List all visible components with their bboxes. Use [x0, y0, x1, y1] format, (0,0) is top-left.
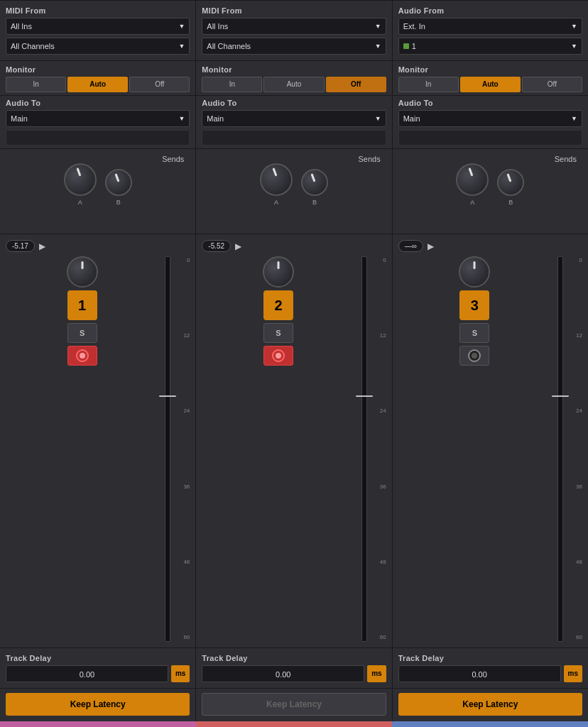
fader-thumb[interactable]	[356, 395, 373, 397]
channel-dropdown-arrow: ▼	[178, 43, 185, 50]
fader-background[interactable]	[165, 256, 170, 642]
channel-dropdown[interactable]: All Channels ▼	[6, 38, 190, 55]
delay-unit[interactable]: ms	[171, 665, 190, 682]
keep-latency-button[interactable]: Keep Latency	[398, 693, 582, 716]
audio-to-dropdown[interactable]: Main ▼	[6, 110, 190, 127]
audio-to-dropdown-arrow: ▼	[571, 115, 577, 122]
knob-a[interactable]	[456, 163, 489, 196]
source-value: All Ins	[207, 22, 228, 31]
knob-a-container: A	[456, 163, 489, 206]
monitor-off-btn[interactable]: Off	[326, 77, 386, 92]
delay-unit[interactable]: ms	[564, 665, 582, 682]
audio-to-dropdown[interactable]: Main ▼	[202, 110, 386, 127]
knob-b[interactable]	[497, 169, 524, 196]
channel-value: All Channels	[11, 42, 55, 50]
scale-markers: 0 12 24 36 48 60	[568, 256, 582, 642]
scale-markers: 0 12 24 36 48 60	[175, 256, 190, 642]
keep-latency-button[interactable]: Keep Latency	[6, 693, 190, 716]
arm-button[interactable]	[459, 346, 489, 366]
knobs-row: A B	[6, 160, 190, 206]
arm-button[interactable]	[263, 346, 293, 366]
monitor-in-btn[interactable]: In	[398, 77, 459, 92]
keep-latency-button[interactable]: Keep Latency	[202, 693, 386, 716]
knob-b-label: B	[508, 199, 513, 206]
channel-value: 1	[412, 42, 416, 50]
audio-to-section: Audio To Main ▼	[393, 96, 588, 149]
play-button[interactable]: ▶	[39, 241, 45, 251]
scale-48: 48	[568, 559, 582, 565]
audio-to-label: Audio To	[398, 99, 582, 107]
track-number-button[interactable]: 3	[459, 290, 489, 320]
audio-to-extra	[202, 130, 386, 146]
audio-to-dropdown[interactable]: Main ▼	[398, 110, 582, 127]
play-button[interactable]: ▶	[235, 241, 241, 251]
fader-track-column	[358, 256, 371, 642]
arm-button[interactable]	[67, 346, 97, 366]
knob-b-label: B	[116, 199, 121, 206]
track-1-color-bar	[0, 721, 196, 727]
volume-knob[interactable]	[67, 256, 98, 288]
track-number-button[interactable]: 2	[263, 290, 293, 320]
channel-value: All Channels	[207, 42, 251, 50]
from-section: MIDI From All Ins ▼ All Channels ▼	[196, 1, 391, 61]
play-button[interactable]: ▶	[428, 241, 434, 251]
solo-button[interactable]: S	[459, 323, 489, 343]
source-dropdown[interactable]: All Ins ▼	[6, 18, 190, 35]
volume-db-badge: —∞	[398, 240, 423, 252]
track-2-color-bar	[196, 721, 392, 727]
from-label: MIDI From	[6, 6, 190, 15]
delay-value[interactable]: 0.00	[6, 665, 168, 682]
fader-area: 3 S 0 12 24 36	[398, 256, 582, 642]
fader-thumb[interactable]	[552, 395, 569, 397]
monitor-off-btn[interactable]: Off	[129, 77, 190, 92]
fader-background[interactable]	[361, 256, 367, 642]
monitor-section: Monitor In Auto Off	[0, 61, 195, 96]
monitor-auto-btn[interactable]: Auto	[263, 77, 324, 92]
keep-latency-section: Keep Latency	[0, 689, 195, 721]
knob-a-label: A	[470, 199, 474, 206]
volume-header: -5.52 ▶	[202, 240, 386, 252]
audio-to-label: Audio To	[6, 99, 190, 107]
knob-b[interactable]	[105, 169, 132, 196]
scale-60: 60	[175, 635, 190, 640]
source-dropdown[interactable]: Ext. In ▼	[398, 18, 582, 35]
knob-a[interactable]	[64, 163, 97, 196]
fader-background[interactable]	[557, 256, 563, 642]
monitor-off-btn[interactable]: Off	[522, 77, 582, 92]
monitor-auto-btn[interactable]: Auto	[460, 77, 521, 92]
channel-dropdown[interactable]: 1 ▼	[398, 38, 582, 55]
volume-knob[interactable]	[263, 256, 294, 288]
knob-a-container: A	[260, 163, 293, 206]
track-1: MIDI From All Ins ▼ All Channels ▼ Monit…	[0, 1, 196, 721]
track-delay-section: Track Delay 0.00 ms	[0, 648, 195, 689]
channel-dropdown[interactable]: All Channels ▼	[202, 38, 386, 55]
scale-36: 36	[175, 484, 190, 490]
delay-unit[interactable]: ms	[367, 665, 386, 682]
fader-right: 0 12 24 36 48 60	[161, 256, 190, 642]
audio-to-label: Audio To	[202, 99, 386, 107]
volume-knob[interactable]	[459, 256, 490, 288]
monitor-buttons: In Auto Off	[202, 77, 386, 92]
source-dropdown[interactable]: All Ins ▼	[202, 18, 386, 35]
knob-b[interactable]	[301, 169, 328, 196]
monitor-in-btn[interactable]: In	[202, 77, 262, 92]
audio-to-value: Main	[11, 114, 28, 123]
scale-48: 48	[175, 559, 190, 565]
source-value: All Ins	[11, 22, 32, 31]
track-number-button[interactable]: 1	[67, 290, 97, 320]
delay-value[interactable]: 0.00	[202, 665, 364, 682]
bottom-bars	[0, 721, 588, 727]
monitor-buttons: In Auto Off	[6, 77, 190, 92]
solo-button[interactable]: S	[67, 323, 97, 343]
knob-a[interactable]	[260, 163, 293, 196]
solo-button[interactable]: S	[263, 323, 293, 343]
knob-a-label: A	[274, 199, 278, 206]
monitor-auto-btn[interactable]: Auto	[67, 77, 128, 92]
fader-area: 1 S 0 12 24 36	[6, 256, 190, 642]
tracks-container: MIDI From All Ins ▼ All Channels ▼ Monit…	[0, 0, 588, 721]
arm-icon	[76, 349, 89, 362]
monitor-in-btn[interactable]: In	[6, 77, 66, 92]
volume-header: —∞ ▶	[398, 240, 582, 252]
delay-value[interactable]: 0.00	[398, 665, 561, 682]
fader-thumb[interactable]	[159, 395, 176, 397]
